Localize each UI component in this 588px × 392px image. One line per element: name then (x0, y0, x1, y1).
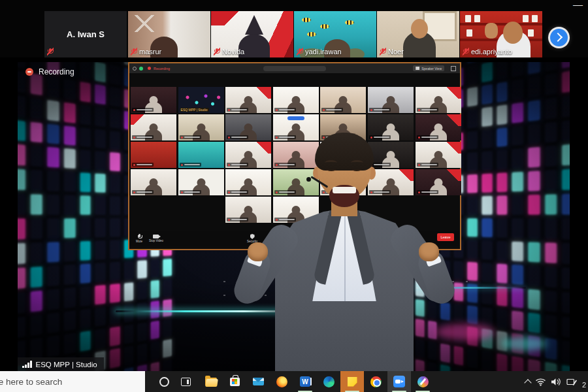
participant-name: yadi.irawan (305, 48, 342, 56)
led-bar (528, 289, 540, 310)
zoom-taskbar-button[interactable] (387, 371, 411, 392)
tile-name-bar (227, 108, 248, 112)
participant-tile-novida[interactable]: Novida (211, 11, 293, 57)
taskbar-search-input[interactable]: Type here to search (0, 371, 145, 392)
speaker-icon[interactable] (551, 378, 562, 386)
tile-name-bar (369, 163, 391, 167)
clock[interactable]: 2 (582, 381, 587, 389)
muted-mic-icon (276, 219, 278, 221)
led-bar (528, 123, 540, 144)
led-bar (528, 62, 540, 74)
edge-taskbar-button[interactable] (317, 371, 340, 392)
mute-control: Mute (136, 234, 142, 243)
led-bar (454, 282, 464, 301)
led-bar (48, 76, 59, 97)
led-bar (110, 197, 120, 215)
led-bar (512, 172, 523, 191)
participant-tile-aiwan[interactable]: A. Iwan S (44, 11, 127, 57)
windows-taskbar: Type here to search 2 (0, 371, 588, 392)
sticky-notes-taskbar-button[interactable] (340, 371, 364, 392)
led-bar (163, 299, 172, 318)
participant-tile-edi[interactable]: edi.apriyanto (460, 11, 542, 57)
mail-taskbar-button[interactable] (246, 371, 270, 392)
participant-tile-masrur[interactable]: masrur (128, 11, 210, 57)
tile-name-bar (132, 108, 154, 112)
led-bar (137, 323, 146, 342)
led-bar (497, 218, 508, 237)
led-bar (31, 146, 43, 167)
led-bar (64, 333, 75, 354)
tile-name-bar (180, 135, 201, 139)
led-bar (562, 219, 570, 240)
muted-mic-icon (323, 137, 325, 139)
gallery-tile (178, 142, 224, 168)
chrome-taskbar-button[interactable] (364, 371, 387, 392)
led-bar (137, 365, 146, 371)
led-bar (497, 263, 508, 283)
led-bar (95, 174, 106, 193)
panel-dots (223, 295, 308, 296)
file-explorer-taskbar-button[interactable] (199, 371, 223, 392)
muted-mic-icon (133, 164, 135, 166)
tile-name-bar (321, 190, 343, 194)
led-bar (64, 78, 75, 99)
led-bar (150, 259, 159, 277)
led-bar (80, 62, 91, 80)
led-bar (18, 316, 25, 338)
led-bar (137, 344, 146, 363)
led-bar (48, 289, 59, 310)
tile-name-bar (417, 190, 438, 194)
led-bar (562, 169, 570, 190)
led-bar (512, 218, 523, 238)
recording-label: Recording (154, 67, 170, 71)
led-bar (31, 242, 43, 263)
led-bar (64, 148, 75, 169)
led-bar (482, 106, 492, 127)
led-bar (512, 78, 523, 99)
pen-icon[interactable] (566, 378, 578, 386)
led-bar (528, 171, 540, 191)
gallery-tile (416, 142, 461, 168)
wifi-icon[interactable] (535, 378, 546, 386)
recording-indicator: Recording (25, 67, 74, 76)
led-bar (110, 108, 120, 128)
participant-tile-yadi[interactable]: yadi.irawan (294, 11, 376, 57)
microsoft-store-taskbar-button[interactable] (223, 371, 246, 392)
led-bar (64, 310, 75, 331)
led-bar (512, 195, 523, 215)
paint-3d-taskbar-button[interactable] (411, 371, 434, 392)
cortana-taskbar-button[interactable] (152, 371, 176, 392)
tile-name-bar (417, 108, 438, 112)
chevron-up-icon[interactable] (524, 379, 531, 386)
next-participants-button[interactable] (550, 29, 568, 46)
led-bar (416, 299, 424, 318)
led-bar (110, 262, 120, 281)
led-bar (95, 106, 106, 127)
gallery-tile (225, 87, 271, 113)
led-bar (512, 287, 523, 308)
minimize-button[interactable]: — (573, 0, 583, 10)
led-bar (482, 62, 492, 82)
led-bar (562, 292, 570, 314)
led-bar (124, 282, 134, 301)
participant-name: masrur (139, 48, 161, 56)
led-bar (80, 82, 91, 103)
led-bar (454, 303, 464, 322)
led-bar (428, 362, 437, 371)
led-bar (440, 260, 449, 278)
participant-tile-noer[interactable]: Noer (377, 11, 459, 57)
led-bar (163, 319, 172, 337)
mail-icon (253, 378, 264, 385)
led-bar (80, 263, 91, 283)
gallery-tile (368, 87, 414, 113)
word-taskbar-button[interactable] (293, 371, 317, 392)
led-bar (110, 305, 120, 325)
led-bar (48, 195, 59, 215)
recording-dot-icon (148, 67, 151, 70)
tile-name-bar (274, 163, 296, 167)
task-view-taskbar-button[interactable] (174, 371, 197, 392)
led-bar (95, 129, 106, 148)
gallery-tile (273, 169, 319, 195)
tile-name-bar (274, 108, 296, 112)
firefox-taskbar-button[interactable] (270, 371, 293, 392)
